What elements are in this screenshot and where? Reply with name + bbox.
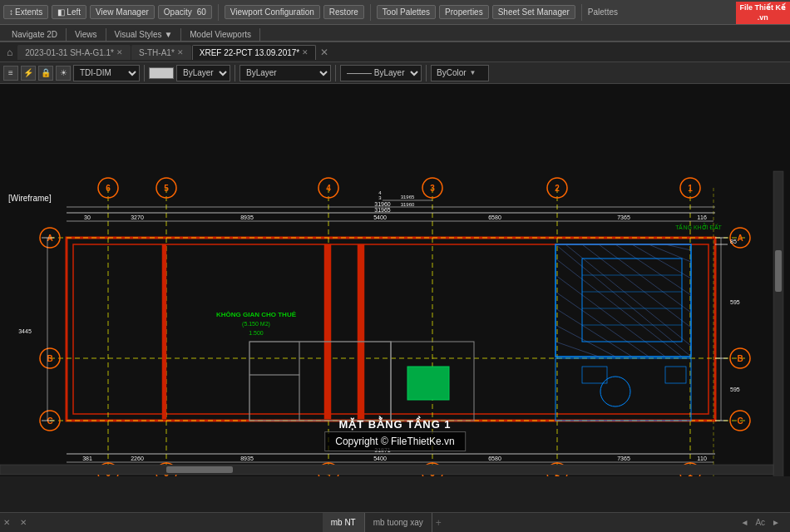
svg-rect-141 bbox=[166, 466, 233, 473]
svg-rect-115 bbox=[162, 244, 166, 419]
svg-text:5: 5 bbox=[164, 184, 169, 193]
svg-text:30: 30 bbox=[84, 214, 91, 220]
svg-text:116: 116 bbox=[697, 214, 707, 220]
color-swatch[interactable] bbox=[149, 67, 174, 79]
svg-text:6580: 6580 bbox=[488, 214, 501, 220]
svg-text:A: A bbox=[737, 234, 743, 243]
add-tab-btn[interactable]: + bbox=[432, 517, 445, 529]
tab-xref-22-pct[interactable]: XREF 22-PCT 13.09.2017* ✕ bbox=[192, 45, 316, 60]
layer-properties-btn[interactable]: ≡ bbox=[3, 66, 18, 81]
svg-text:TẦNG KHỞI ĐẤT: TẦNG KHỞI ĐẤT bbox=[675, 223, 722, 230]
tab-model-viewports[interactable]: Model Viewports bbox=[181, 28, 260, 41]
svg-text:1: 1 bbox=[688, 184, 693, 193]
divider-1 bbox=[144, 65, 145, 81]
extents-button[interactable]: ↕ Extents bbox=[3, 5, 48, 19]
tab-mb-nt[interactable]: mb NT bbox=[323, 513, 365, 532]
svg-text:(5.150 M2): (5.150 M2) bbox=[242, 321, 270, 328]
watermark: File Thiết Kế .vn bbox=[736, 2, 791, 24]
svg-text:3445: 3445 bbox=[18, 328, 32, 334]
separator2 bbox=[370, 4, 371, 21]
nav-right-btn[interactable]: ► bbox=[772, 518, 780, 527]
linetype-select[interactable]: ByLayer bbox=[239, 65, 331, 81]
svg-rect-108 bbox=[358, 244, 364, 419]
svg-text:5400: 5400 bbox=[373, 214, 387, 220]
tab-views[interactable]: Views bbox=[67, 28, 106, 41]
svg-text:B: B bbox=[737, 354, 743, 363]
status-right: ◄ Ac ► bbox=[741, 518, 787, 527]
svg-text:C: C bbox=[47, 416, 52, 426]
svg-text:595: 595 bbox=[730, 387, 740, 392]
copyright-overlay: Copyright © FileThietKe.vn bbox=[324, 431, 466, 451]
layer-dropdown[interactable]: TDI-DIM bbox=[73, 65, 140, 81]
svg-text:8935: 8935 bbox=[240, 214, 254, 220]
left-button[interactable]: ◧ Left bbox=[52, 5, 86, 19]
svg-text:110: 110 bbox=[697, 456, 707, 461]
extents-icon: ↕ bbox=[9, 7, 13, 17]
status-bar: ✕ ✕ mb NT mb tuong xay + ◄ Ac ► bbox=[0, 512, 790, 532]
divider-4 bbox=[426, 65, 427, 81]
ribbon-tabs: Navigate 2D Views Visual Styles ▼ Model … bbox=[0, 25, 790, 42]
svg-text:31960: 31960 bbox=[374, 201, 391, 207]
viewport-label: [Wireframe] bbox=[8, 194, 52, 203]
close-tab-0[interactable]: ✕ bbox=[116, 48, 123, 57]
tab-navigate2d[interactable]: Navigate 2D bbox=[3, 28, 67, 41]
svg-text:2260: 2260 bbox=[131, 456, 144, 461]
watermark-logo: File Thiết Kế .vn bbox=[736, 2, 791, 24]
tab-visual-styles[interactable]: Visual Styles ▼ bbox=[106, 28, 182, 41]
tab-mb-tuong-xay[interactable]: mb tuong xay bbox=[365, 513, 432, 532]
restore-button[interactable]: Restore bbox=[323, 5, 364, 19]
svg-rect-114 bbox=[407, 367, 449, 400]
left-icon: ◧ bbox=[57, 7, 65, 17]
svg-rect-138 bbox=[773, 171, 783, 476]
svg-text:B: B bbox=[47, 354, 52, 363]
svg-text:A: A bbox=[47, 234, 52, 243]
color-select[interactable]: ByLayer bbox=[176, 65, 230, 81]
canvas-area: [Wireframe] bbox=[0, 84, 790, 476]
sheet-set-manager-button[interactable]: Sheet Set Manager bbox=[492, 5, 575, 19]
ribbon: ↕ Extents ◧ Left View Manager Opacity 60… bbox=[0, 0, 790, 42]
layer-state-btn[interactable]: ⚡ bbox=[21, 66, 36, 81]
layer-sun-btn[interactable]: ☀ bbox=[56, 66, 71, 81]
close-tab-2[interactable]: ✕ bbox=[302, 48, 309, 57]
svg-text:8935: 8935 bbox=[240, 456, 254, 461]
svg-text:381: 381 bbox=[82, 456, 92, 461]
dropdown-arrow: ▼ bbox=[470, 69, 476, 76]
file-tab-bar: ⌂ 2023-01-31 SH-A-G1.1* ✕ S-TH-A1* ✕ XRE… bbox=[0, 42, 790, 62]
left-status: ✕ ✕ bbox=[3, 518, 27, 527]
svg-text:595: 595 bbox=[730, 299, 740, 305]
svg-text:85: 85 bbox=[730, 239, 737, 244]
close-all-tabs-icon[interactable]: ✕ bbox=[317, 47, 332, 58]
model-tabs: mb NT mb tuong xay + bbox=[323, 513, 445, 532]
separator3 bbox=[581, 4, 582, 21]
svg-text:7365: 7365 bbox=[617, 214, 630, 220]
layer-bar: ≡ ⚡ 🔒 ☀ TDI-DIM ByLayer ByLayer ——— ByLa… bbox=[0, 62, 790, 84]
tab-s-th-a1[interactable]: S-TH-A1* ✕ bbox=[131, 45, 191, 60]
nav-left-btn[interactable]: ◄ bbox=[741, 518, 749, 527]
color-group: ByLayer bbox=[149, 65, 230, 81]
layer-lock-btn[interactable]: 🔒 bbox=[38, 66, 53, 81]
palettes-label: Palettes bbox=[588, 7, 618, 17]
close-tab-1[interactable]: ✕ bbox=[177, 48, 184, 57]
opacity-button[interactable]: Opacity 60 bbox=[158, 5, 212, 19]
view-manager-button[interactable]: View Manager bbox=[90, 5, 155, 19]
svg-text:31960: 31960 bbox=[401, 202, 415, 207]
separator bbox=[218, 4, 219, 21]
svg-rect-140 bbox=[0, 465, 773, 475]
svg-text:6: 6 bbox=[106, 184, 111, 193]
home-icon[interactable]: ⌂ bbox=[2, 44, 17, 61]
lineweight-select[interactable]: ——— ByLayer bbox=[340, 65, 422, 81]
floor-plan-title: MẶT BẰNG TẦNG 1 bbox=[338, 418, 451, 431]
tool-palettes-button[interactable]: Tool Palettes bbox=[377, 5, 436, 19]
svg-text:3: 3 bbox=[430, 184, 435, 193]
svg-text:2: 2 bbox=[555, 184, 560, 193]
plot-style-dropdown[interactable]: ByColor ▼ bbox=[431, 65, 489, 81]
svg-text:7365: 7365 bbox=[617, 456, 630, 461]
viewport-config-button[interactable]: Viewport Configuration bbox=[225, 5, 320, 19]
tab-sh-a-g1[interactable]: 2023-01-31 SH-A-G1.1* ✕ bbox=[17, 45, 131, 60]
svg-text:C: C bbox=[737, 416, 743, 426]
divider-3 bbox=[335, 65, 336, 81]
svg-text:1.500: 1.500 bbox=[249, 330, 264, 336]
ribbon-toolbar: ↕ Extents ◧ Left View Manager Opacity 60… bbox=[0, 0, 790, 25]
svg-rect-107 bbox=[324, 244, 331, 419]
properties-button[interactable]: Properties bbox=[439, 5, 489, 19]
